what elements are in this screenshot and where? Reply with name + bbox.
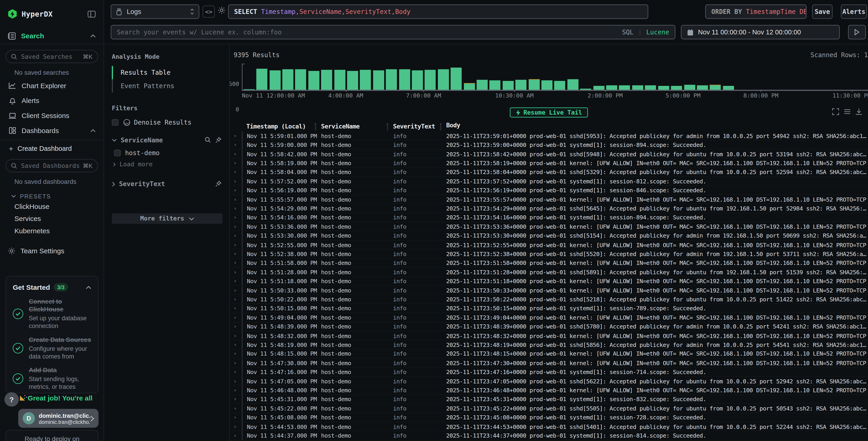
orderby-clause-input[interactable]: ORDER BYTimestampTime DESC <box>705 4 807 19</box>
histogram-bar[interactable] <box>657 64 670 90</box>
sidebar-collapse-icon[interactable] <box>87 10 96 18</box>
row-expand-chevron-icon[interactable]: › <box>230 242 242 247</box>
sidebar-item-search[interactable]: Search <box>0 28 103 45</box>
row-expand-chevron-icon[interactable]: › <box>230 160 242 166</box>
table-row[interactable]: › Nov 11 5:51:18.000 PM host-demo info 2… <box>230 277 868 286</box>
histogram-bar[interactable] <box>255 64 269 90</box>
row-expand-chevron-icon[interactable]: › <box>230 369 242 375</box>
sql-editor-toggle-button[interactable]: <> <box>203 5 215 18</box>
row-expand-chevron-icon[interactable]: › <box>230 433 242 438</box>
lucene-toggle[interactable]: Lucene <box>646 28 669 36</box>
histogram-bar[interactable] <box>566 64 579 90</box>
table-row[interactable]: › Nov 11 5:47:30.000 PM host-demo info 2… <box>230 358 868 368</box>
facet-search-icon[interactable] <box>205 137 211 143</box>
histogram-bar[interactable] <box>748 64 761 90</box>
table-row[interactable]: › Nov 11 5:45:08.000 PM host-demo info 2… <box>230 413 868 422</box>
row-expand-chevron-icon[interactable]: › <box>230 351 242 356</box>
sidebar-item-client-sessions[interactable]: Client Sessions <box>0 108 103 123</box>
table-row[interactable]: › Nov 11 5:48:19.000 PM host-demo info 2… <box>230 340 868 349</box>
more-filters-button[interactable]: More filters <box>112 213 222 224</box>
sidebar-item-dashboards[interactable]: Dashboards <box>0 123 103 138</box>
histogram-bar[interactable] <box>307 64 320 90</box>
sidebar-item-kubernetes[interactable]: Kubernetes <box>0 225 103 237</box>
histogram-bar[interactable] <box>346 64 359 90</box>
histogram-bars[interactable] <box>243 64 865 90</box>
sidebar-item-chart-explorer[interactable]: Chart Explorer <box>0 78 103 93</box>
row-expand-chevron-icon[interactable]: › <box>230 278 242 284</box>
row-expand-chevron-icon[interactable]: › <box>230 387 242 393</box>
row-expand-chevron-icon[interactable]: › <box>230 169 242 175</box>
get-started-step[interactable]: Connect to ClickHouse Set up your databa… <box>13 297 91 330</box>
chevron-up-icon[interactable] <box>86 286 91 289</box>
histogram-bar[interactable] <box>333 64 346 90</box>
table-row[interactable]: › Nov 11 5:55:57.000 PM host-demo info 2… <box>230 195 868 204</box>
pin-icon[interactable] <box>215 137 222 144</box>
table-row[interactable]: › Nov 11 5:52:38.000 PM host-demo info 2… <box>230 249 868 259</box>
histogram-bar[interactable] <box>450 64 463 90</box>
row-density-icon[interactable] <box>844 108 851 115</box>
facet-severitytext[interactable]: SeverityText <box>112 180 221 188</box>
histogram-bar[interactable] <box>774 64 787 90</box>
table-row[interactable]: › Nov 11 5:50:15.000 PM host-demo info 2… <box>230 304 868 313</box>
table-row[interactable]: › Nov 11 5:54:16.000 PM host-demo info 2… <box>230 213 868 222</box>
histogram-bar[interactable] <box>838 64 851 90</box>
histogram-bar[interactable] <box>437 64 450 90</box>
resume-live-tail-button[interactable]: Resume Live Tail <box>509 108 588 118</box>
table-row[interactable]: › Nov 11 5:53:36.000 PM host-demo info 2… <box>230 222 868 231</box>
histogram-bar[interactable] <box>605 64 618 90</box>
row-expand-chevron-icon[interactable]: › <box>230 233 242 238</box>
row-expand-chevron-icon[interactable]: › <box>230 187 242 193</box>
alerts-button[interactable]: Alerts <box>841 4 867 19</box>
get-started-step[interactable]: Add Data Start sending logs, metrics, or… <box>13 366 91 391</box>
histogram-bar[interactable] <box>359 64 372 90</box>
table-row[interactable]: › Nov 11 5:45:31.000 PM host-demo info 2… <box>230 395 868 404</box>
column-resize-handle[interactable] <box>387 123 388 130</box>
chevron-up-icon[interactable] <box>90 129 96 132</box>
tab-results-table[interactable]: Results Table <box>112 66 229 79</box>
table-row[interactable]: › Nov 11 5:52:55.000 PM host-demo info 2… <box>230 240 868 249</box>
histogram-bar[interactable] <box>515 64 528 90</box>
denoise-checkbox[interactable] <box>112 119 118 126</box>
save-button[interactable]: Save <box>812 4 833 19</box>
histogram-bar[interactable] <box>398 64 411 90</box>
table-row[interactable]: › Nov 11 5:50:22.000 PM host-demo info 2… <box>230 295 868 304</box>
histogram-bar[interactable] <box>476 64 489 90</box>
histogram-bar[interactable] <box>800 64 813 90</box>
histogram-bar[interactable] <box>489 64 502 90</box>
table-row[interactable]: › Nov 11 5:49:04.000 PM host-demo info 2… <box>230 313 868 322</box>
row-expand-chevron-icon[interactable]: › <box>230 205 242 211</box>
histogram-bar[interactable] <box>243 64 255 90</box>
histogram-bar[interactable] <box>787 64 800 90</box>
row-expand-chevron-icon[interactable]: › <box>230 142 242 147</box>
select-clause-input[interactable]: SELECTTimestamp,ServiceName,SeverityText… <box>228 4 648 19</box>
row-expand-chevron-icon[interactable]: › <box>230 151 242 156</box>
row-expand-chevron-icon[interactable]: › <box>230 324 242 329</box>
table-row[interactable]: › Nov 11 5:58:04.000 PM host-demo info 2… <box>230 168 868 177</box>
table-row[interactable]: › Nov 11 5:47:16.000 PM host-demo info 2… <box>230 368 868 377</box>
load-more-button[interactable]: Load more <box>113 160 229 168</box>
row-expand-chevron-icon[interactable]: › <box>230 424 242 429</box>
histogram-bar[interactable] <box>813 64 826 90</box>
histogram-bar[interactable] <box>761 64 774 90</box>
histogram-bar[interactable] <box>372 64 385 90</box>
table-row[interactable]: › Nov 11 5:51:28.000 PM host-demo info 2… <box>230 268 868 277</box>
histogram-bar[interactable] <box>618 64 631 90</box>
histogram-bar[interactable] <box>281 64 294 90</box>
row-expand-chevron-icon[interactable]: › <box>230 342 242 347</box>
row-expand-chevron-icon[interactable]: › <box>230 269 242 275</box>
table-row[interactable]: › Nov 11 5:46:48.000 PM host-demo info 2… <box>230 386 868 395</box>
help-button[interactable]: ? <box>4 392 19 407</box>
table-row[interactable]: › Nov 11 5:50:33.000 PM host-demo info 2… <box>230 286 868 295</box>
histogram-bar[interactable] <box>540 64 554 90</box>
histogram-bar[interactable] <box>528 64 540 90</box>
facet-value-host-demo[interactable]: host-demo <box>114 149 229 157</box>
row-expand-chevron-icon[interactable]: › <box>230 133 242 138</box>
row-expand-chevron-icon[interactable]: › <box>230 296 242 302</box>
table-row[interactable]: › Nov 11 5:58:19.000 PM host-demo info 2… <box>230 158 868 168</box>
row-expand-chevron-icon[interactable]: › <box>230 214 242 220</box>
table-row[interactable]: › Nov 11 5:44:37.000 PM host-demo info 2… <box>230 431 868 440</box>
histogram-bar[interactable] <box>826 64 838 90</box>
table-row[interactable]: › Nov 11 5:56:19.000 PM host-demo info 2… <box>230 186 868 195</box>
saved-dashboards-input[interactable]: Saved Dashboards ⌘K <box>5 159 98 172</box>
sidebar-item-alerts[interactable]: Alerts <box>0 93 103 108</box>
